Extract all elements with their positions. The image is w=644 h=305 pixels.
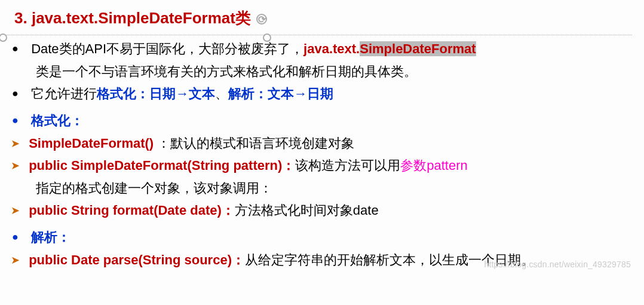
code-text-highlight: SimpleDateFormat — [360, 41, 476, 56]
section-heading: 3. java.text.SimpleDateFormat类 — [12, 5, 632, 31]
subtitle-text: 格式化： — [31, 113, 84, 128]
bullet-item: Date类的API不易于国际化，大部分被废弃了，java.text.Simple… — [23, 38, 632, 83]
heading-text: 3. java.text.SimpleDateFormat类 — [14, 9, 251, 27]
method-item: SimpleDateFormat() ：默认的模式和语言环境创建对象 — [23, 132, 632, 154]
text: Date类的API不易于国际化，大部分被废弃了， — [31, 41, 303, 56]
method-signature: public String format(Date date)： — [29, 203, 235, 218]
anchor-icon — [256, 14, 267, 25]
method-signature: SimpleDateFormat() — [29, 136, 157, 151]
keyword: 解析：文本 — [228, 86, 294, 101]
arrow-right-icon: → — [294, 86, 307, 101]
section-subtitle: 解析： — [23, 226, 632, 248]
anchor-dot-icon — [263, 33, 271, 42]
text: 类是一个不与语言环境有关的方式来格式化和解析日期的具体类。 — [23, 60, 632, 83]
text: 它允许进行 — [31, 86, 97, 101]
method-item: public SimpleDateFormat(String pattern)：… — [23, 154, 632, 199]
section-subtitle: 格式化： — [23, 109, 632, 132]
method-desc: 指定的格式创建一个对象，该对象调用： — [23, 177, 632, 199]
keyword: 日期 — [307, 86, 333, 101]
param-text: 参数pattern — [400, 158, 468, 173]
keyword: 文本 — [189, 86, 215, 101]
method-item: public String format(Date date)：方法格式化时间对… — [23, 199, 632, 221]
method-desc: 方法格式化时间对象date — [235, 203, 379, 218]
text: 、 — [215, 86, 228, 101]
method-signature: public SimpleDateFormat(String pattern)： — [29, 158, 295, 173]
method-desc: ：默认的模式和语言环境创建对象 — [157, 136, 354, 151]
keyword: 格式化：日期 — [97, 86, 176, 101]
dotted-separator — [5, 35, 632, 35]
watermark-text: https://blog.csdn.net/weixin_49329785 — [484, 258, 631, 272]
method-desc: 该构造方法可以用 — [295, 158, 400, 173]
bullet-item: 它允许进行格式化：日期→文本、解析：文本→日期 — [23, 83, 632, 105]
anchor-dot-icon — [0, 33, 7, 42]
method-signature: public Date parse(String source)： — [29, 252, 245, 267]
subtitle-text: 解析： — [31, 230, 70, 245]
arrow-right-icon: → — [176, 86, 189, 101]
code-text: java.text. — [303, 41, 360, 56]
